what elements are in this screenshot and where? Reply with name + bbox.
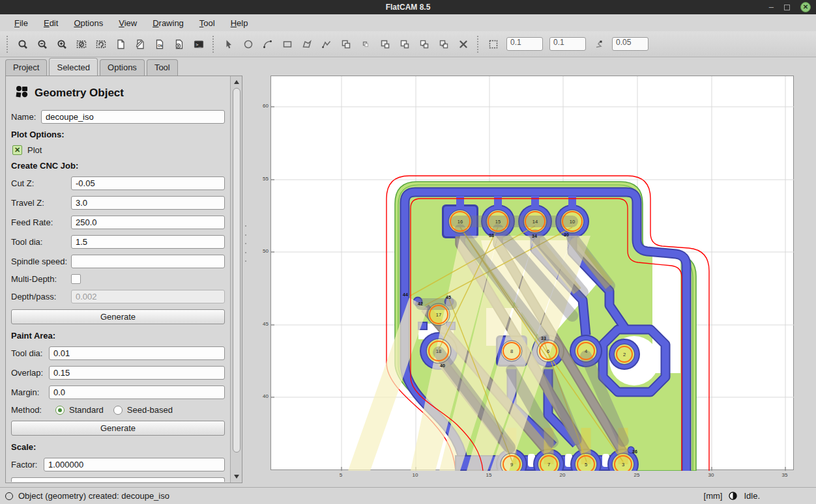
union-tool-icon[interactable] (336, 35, 356, 53)
pad-number: 5 (585, 462, 587, 468)
panel-splitter[interactable] (244, 225, 248, 262)
pad-number: 17 (436, 312, 441, 318)
cnc-field-row: Travel Z:3.0 (11, 196, 225, 210)
save-project-icon[interactable]: Ok (150, 35, 169, 53)
menu-help[interactable]: Help (224, 16, 255, 30)
scroll-up-icon[interactable] (234, 80, 239, 84)
menu-tool[interactable]: Tool (193, 16, 222, 30)
pointer-icon[interactable] (219, 35, 239, 53)
polygon-tool-icon[interactable] (297, 35, 317, 53)
x-tick-label: 10 (407, 472, 423, 478)
x-tick-label: 30 (703, 472, 719, 478)
copy-objects-icon[interactable] (434, 35, 454, 53)
plot-checkbox[interactable]: ✕ (12, 145, 22, 155)
method-radio-seed-based[interactable] (113, 406, 123, 415)
drill-annotation: 34 (532, 234, 537, 238)
corner-snap-icon[interactable] (589, 35, 609, 53)
path-tool-icon[interactable] (317, 35, 336, 53)
cnc-field-input[interactable]: 250.0 (71, 216, 225, 229)
cnc-field-input[interactable]: -0.05 (71, 176, 225, 190)
cnc-field-row: Spindle speed: (11, 255, 225, 268)
cnc-field-label: Tool dia: (11, 237, 71, 247)
clear-plot-icon[interactable] (72, 35, 91, 53)
save-project-as-icon[interactable] (169, 35, 189, 53)
menu-drawing[interactable]: Drawing (146, 16, 190, 30)
grid-y-input[interactable]: 0.1 (549, 37, 586, 51)
method-radio-standard[interactable] (55, 406, 65, 415)
cnc-field-row: Tool dia:1.5 (11, 235, 225, 249)
cnc-field-input[interactable] (71, 255, 225, 268)
status-message: Object (geometry) created: decoupe_iso (18, 491, 169, 501)
offset-input-cutoff[interactable] (11, 477, 225, 482)
pad-number: 8 (510, 348, 513, 354)
title-bar[interactable]: FlatCAM 8.5 – ✕ (0, 0, 816, 14)
scrollbar-thumb[interactable] (233, 88, 240, 453)
minimize-icon[interactable]: – (769, 4, 774, 10)
cnc-field-input[interactable]: 1.5 (71, 235, 225, 249)
activity-icon (729, 492, 737, 500)
zoom-out-icon[interactable] (33, 35, 52, 53)
plot-checkbox-label: Plot (27, 145, 42, 155)
units-indicator[interactable]: [mm] (704, 491, 723, 501)
plot-canvas[interactable]: 16151410171886429753 383430334044424536 (270, 76, 794, 470)
paint-field-input[interactable]: 0.0 (49, 385, 225, 399)
pad-number: 16 (458, 219, 463, 225)
tab-project[interactable]: Project (5, 59, 47, 76)
paint-field-row: Margin:0.0 (11, 385, 225, 399)
intersect-tool-icon[interactable] (356, 35, 375, 53)
grid-x-input[interactable]: 0.1 (506, 37, 543, 51)
pad-number: 2 (623, 352, 626, 357)
method-radio-label: Standard (69, 405, 104, 415)
menu-edit[interactable]: Edit (37, 16, 65, 30)
paint-field-input[interactable]: 0.01 (49, 346, 225, 360)
name-input[interactable]: decoupe_iso (41, 110, 225, 124)
open-project-icon[interactable] (130, 35, 150, 53)
factor-input[interactable]: 1.000000 (44, 458, 225, 471)
x-tick-label: 25 (629, 472, 645, 478)
cnc-field-label: Travel Z: (11, 198, 71, 208)
move-objects-icon[interactable] (415, 35, 434, 53)
menu-options[interactable]: Options (67, 16, 109, 30)
paint-generate-button[interactable]: Generate (11, 421, 225, 436)
cnc-field-checkbox[interactable] (71, 274, 81, 284)
x-tick-label: 35 (777, 472, 793, 478)
grid-snap-icon[interactable] (484, 35, 503, 53)
svg-text:>_: >_ (196, 42, 201, 47)
cut-path-tool-icon[interactable] (395, 35, 415, 53)
menu-file[interactable]: File (8, 16, 35, 30)
drill-annotation: 38 (489, 233, 494, 238)
scroll-down-icon[interactable] (234, 475, 239, 479)
tab-bar: ProjectSelectedOptionsTool (5, 57, 180, 76)
subtract-tool-icon[interactable] (375, 35, 395, 53)
menu-bar: FileEditOptionsViewDrawingToolHelp (0, 14, 816, 31)
pad-number: 18 (436, 348, 441, 354)
new-project-icon[interactable] (111, 35, 130, 53)
close-icon[interactable]: ✕ (800, 2, 811, 12)
name-label: Name: (11, 112, 41, 122)
tab-selected[interactable]: Selected (49, 58, 98, 76)
zoom-in-icon[interactable] (52, 35, 72, 53)
pad-number: 15 (495, 219, 501, 225)
tab-options[interactable]: Options (100, 59, 145, 76)
pad-number: 14 (532, 219, 538, 225)
panel-scrollbar[interactable] (230, 76, 242, 483)
name-row: Name: decoupe_iso (11, 110, 225, 124)
y-tick-label: 40 (253, 393, 269, 399)
maximize-icon[interactable] (784, 5, 790, 10)
cnc-field-input[interactable]: 0.002 (71, 290, 225, 303)
cnc-field-input[interactable]: 3.0 (71, 196, 225, 210)
replot-icon[interactable] (91, 35, 111, 53)
delete-shape-icon[interactable] (454, 35, 473, 53)
zoom-fit-icon[interactable] (13, 35, 33, 53)
circle-tool-icon[interactable] (239, 35, 258, 53)
tolerance-input[interactable]: 0.05 (612, 37, 648, 51)
toolbar-separator (212, 36, 215, 53)
paint-field-input[interactable]: 0.15 (49, 366, 225, 380)
rectangle-tool-icon[interactable] (278, 35, 297, 53)
cnc-generate-button[interactable]: Generate (11, 309, 225, 324)
x-tick-label: 5 (333, 472, 349, 478)
shell-icon[interactable]: >_ (189, 35, 209, 53)
tab-tool[interactable]: Tool (147, 59, 178, 76)
menu-view[interactable]: View (112, 16, 143, 30)
arc-tool-icon[interactable] (258, 35, 278, 53)
